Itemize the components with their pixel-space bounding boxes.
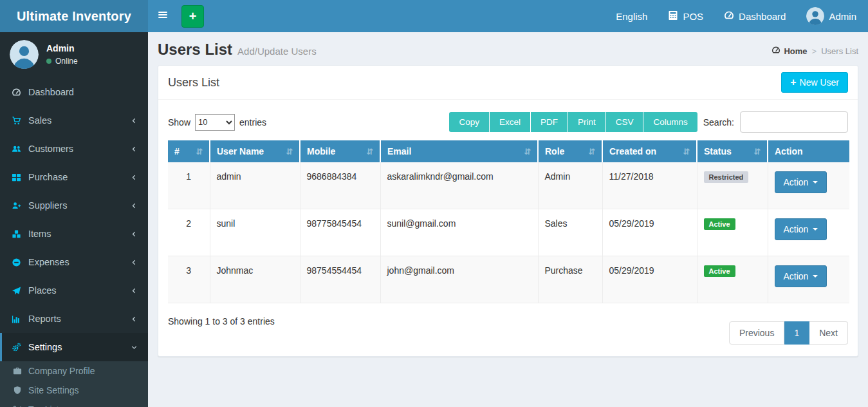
cell-action: Action (768, 256, 849, 303)
breadcrumb-home-link[interactable]: Home (771, 46, 807, 57)
action-dropdown-button[interactable]: Action (775, 265, 827, 287)
gears-icon (12, 343, 28, 352)
sidebar-toggle-button[interactable] (148, 0, 178, 32)
caret-down-icon (813, 181, 818, 184)
users-list-panel: Users List + New User Show 10 entries (158, 65, 858, 357)
search-label: Search: (703, 117, 734, 128)
pos-link[interactable]: POS (668, 10, 703, 23)
new-user-button[interactable]: + New User (781, 72, 848, 93)
page-1-button[interactable]: 1 (784, 321, 809, 345)
search-input[interactable] (740, 111, 848, 133)
previous-page-button[interactable]: Previous (729, 321, 784, 345)
table-row: 3 Johnmac 98754554454 john@gmail.com Pur… (168, 256, 849, 303)
sidebar-item-expenses[interactable]: Expenses (0, 248, 148, 276)
action-dropdown-button[interactable]: Action (775, 171, 827, 193)
caret-down-icon (813, 275, 818, 278)
table-footer: Showing 1 to 3 of 3 entries Previous 1 N… (168, 303, 848, 347)
chevron-left-icon (130, 173, 138, 182)
chevron-left-icon (130, 202, 138, 210)
chevron-left-icon (130, 258, 138, 267)
cell-email: john@gmail.com (380, 256, 538, 303)
excel-button[interactable]: Excel (489, 112, 530, 132)
status-badge: Active (704, 218, 735, 230)
next-page-button[interactable]: Next (809, 321, 848, 345)
sidebar-item-customers[interactable]: Customers (0, 135, 148, 163)
dashboard-link[interactable]: Dashboard (724, 10, 786, 23)
avatar (10, 40, 39, 69)
briefcase-icon (13, 366, 28, 375)
sidebar-item-settings[interactable]: Settings (0, 333, 148, 361)
quick-add-button[interactable]: + (181, 5, 204, 28)
column-header-num[interactable]: #⇵ (168, 140, 210, 162)
cell-action: Action (768, 209, 849, 256)
sort-icon: ⇵ (362, 147, 373, 156)
submenu-item-site-settings[interactable]: Site Settings (0, 381, 148, 400)
column-header-username[interactable]: User Name⇵ (210, 140, 300, 162)
breadcrumb-home-label: Home (784, 46, 807, 56)
cell-email: sunil@gmail.com (380, 209, 538, 256)
sidebar-item-places[interactable]: Places (0, 276, 148, 305)
breadcrumb-separator: > (812, 46, 817, 56)
content-header: Users List Add/Update Users Home > Users… (148, 32, 868, 65)
panel-title: Users List (168, 76, 219, 90)
page-length-select[interactable]: 10 (195, 114, 235, 131)
breadcrumb: Home > Users List (771, 46, 858, 57)
sidebar-item-label: Suppliers (28, 200, 67, 211)
page-length-control: Show 10 entries (168, 114, 266, 131)
sidebar-item-reports[interactable]: Reports (0, 305, 148, 333)
content-area: Users List Add/Update Users Home > Users… (148, 32, 868, 407)
action-dropdown-button[interactable]: Action (775, 218, 827, 240)
avatar (806, 7, 824, 25)
sidebar-item-label: Expenses (28, 257, 69, 267)
copy-button[interactable]: Copy (449, 112, 489, 132)
sidebar-user-status: Online (46, 57, 78, 66)
cell-role: Admin (538, 162, 602, 209)
sort-icon: ⇵ (192, 147, 203, 156)
sidebar-item-sales[interactable]: Sales (0, 106, 148, 135)
submenu-item-label: Company Profile (28, 366, 95, 376)
column-header-status[interactable]: Status⇵ (697, 140, 768, 162)
columns-button[interactable]: Columns (643, 112, 697, 132)
navbar-right: English POS Dashboard (616, 7, 868, 25)
language-label: English (616, 11, 647, 22)
caret-down-icon (813, 228, 818, 231)
csv-button[interactable]: CSV (605, 112, 643, 132)
sidebar-item-label: Dashboard (28, 87, 74, 97)
status-badge: Restricted (704, 171, 749, 183)
cell-num: 2 (168, 209, 210, 256)
sidebar-item-items[interactable]: Items (0, 220, 148, 248)
language-menu[interactable]: English (616, 11, 647, 22)
users-icon (12, 144, 28, 154)
new-user-button-label: New User (800, 77, 839, 88)
user-menu[interactable]: Admin (806, 7, 856, 25)
chevron-down-icon (130, 343, 138, 352)
hamburger-icon (157, 9, 169, 23)
page-title: Users List (158, 41, 232, 59)
column-header-mobile[interactable]: Mobile⇵ (300, 140, 380, 162)
submenu-item-tax-list[interactable]: Tax List (0, 400, 148, 407)
cell-username: Johnmac (210, 256, 300, 303)
cell-status: Active (697, 256, 768, 303)
pos-label: POS (683, 11, 703, 22)
table-row: 2 sunil 98775845454 sunil@gmail.com Sale… (168, 209, 849, 256)
print-button[interactable]: Print (568, 112, 605, 132)
sidebar-item-purchase[interactable]: Purchase (0, 163, 148, 191)
pdf-button[interactable]: PDF (530, 112, 568, 132)
table-info: Showing 1 to 3 of 3 entries (168, 312, 275, 327)
sidebar-item-suppliers[interactable]: Suppliers (0, 191, 148, 220)
online-status-label: Online (55, 57, 78, 66)
submenu-item-company-profile[interactable]: Company Profile (0, 361, 148, 381)
show-label: Show (168, 117, 190, 128)
chevron-left-icon (130, 145, 138, 153)
column-header-email[interactable]: Email⇵ (380, 140, 538, 162)
sidebar-item-dashboard[interactable]: Dashboard (0, 78, 148, 106)
panel-header: Users List + New User (158, 66, 858, 100)
shield-icon (13, 386, 28, 395)
chevron-left-icon (130, 230, 138, 238)
plus-icon: + (790, 77, 796, 88)
column-header-created[interactable]: Created on⇵ (602, 140, 697, 162)
app-logo[interactable]: Ultimate Inventory (0, 0, 148, 32)
paper-plane-icon (12, 286, 28, 296)
column-header-role[interactable]: Role⇵ (538, 140, 602, 162)
gauge-icon (12, 88, 28, 97)
